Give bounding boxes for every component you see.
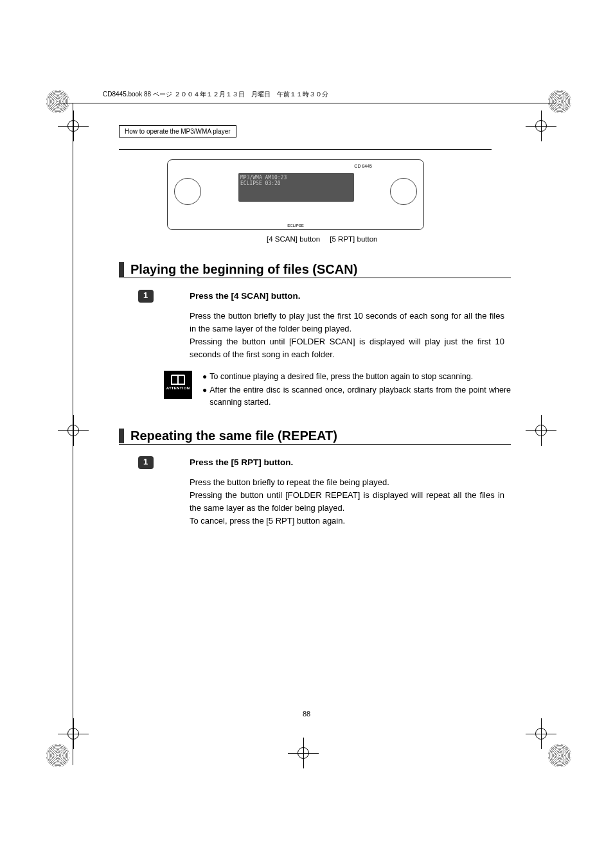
section-heading-repeat: Repeating the same file (REPEAT) — [119, 429, 530, 443]
body-paragraph: Press the button briefly to repeat the f… — [190, 476, 504, 489]
bullet-text: To continue playing a desired file, pres… — [209, 371, 473, 383]
bullet-dot: ● — [202, 371, 207, 383]
registration-mark — [533, 726, 549, 741]
swirl-mark — [46, 744, 69, 767]
model-label: CD 8445 — [354, 164, 372, 168]
step-number-badge: 1 — [138, 456, 154, 469]
registration-mark — [66, 118, 81, 134]
swirl-mark — [46, 90, 69, 113]
registration-mark — [66, 726, 81, 741]
scan-button-label: [4 SCAN] button — [267, 235, 320, 243]
step-body: Press the button briefly to repeat the f… — [190, 476, 504, 528]
page-content: CD8445.book 88 ページ ２００４年１２月１３日 月曜日 午前１１時… — [80, 90, 530, 536]
bullet-text: After the entire disc is scanned once, o… — [209, 384, 511, 409]
body-paragraph: Press the button briefly to play just th… — [190, 310, 504, 335]
crop-rule-v — [73, 103, 73, 765]
display-line: MP3/WMA AM10:23 — [240, 175, 352, 181]
attention-text: ●To continue playing a desired file, pre… — [202, 371, 511, 411]
source-header-line: CD8445.book 88 ページ ２００４年１２月１３日 月曜日 午前１１時… — [103, 90, 530, 99]
step-title: Press the [5 RPT] button. — [190, 457, 504, 467]
step-block: 1 Press the [5 RPT] button. Press the bu… — [164, 457, 504, 528]
swirl-mark — [548, 744, 571, 767]
bullet-item: ●To continue playing a desired file, pre… — [202, 371, 511, 383]
button-row: ECLIPSE — [206, 224, 385, 227]
display-line: ECLIPSE 03:20 — [240, 181, 352, 186]
section-heading-scan: Playing the beginning of files (SCAN) — [119, 262, 530, 277]
step-number-badge: 1 — [138, 290, 154, 303]
radio-display: MP3/WMA AM10:23 ECLIPSE 03:20 — [238, 173, 354, 202]
step-title: Press the [4 SCAN] button. — [190, 291, 504, 301]
step-block: 1 Press the [4 SCAN] button. Press the b… — [164, 291, 504, 362]
heading-underline — [119, 444, 511, 445]
registration-mark — [66, 423, 81, 438]
body-paragraph: Pressing the button until [FOLDER SCAN] … — [190, 335, 504, 361]
brand-label: ECLIPSE — [287, 224, 303, 227]
step-body: Press the button briefly to play just th… — [190, 310, 504, 362]
bullet-item: ●After the entire disc is scanned once, … — [202, 384, 511, 409]
registration-mark — [296, 745, 311, 761]
body-paragraph: Pressing the button until [FOLDER REPEAT… — [190, 489, 504, 515]
bullet-dot: ● — [202, 384, 207, 409]
rpt-button-label: [5 RPT] button — [330, 235, 377, 243]
book-icon — [171, 375, 185, 385]
attention-block: ATTENTION ●To continue playing a desired… — [164, 371, 511, 411]
registration-mark — [533, 423, 549, 438]
registration-mark — [533, 118, 549, 134]
heading-underline — [119, 278, 511, 278]
swirl-mark — [548, 90, 571, 113]
chapter-underline — [119, 149, 492, 150]
callout-labels: [4 SCAN] button [5 RPT] button — [267, 235, 530, 243]
page-number: 88 — [0, 710, 613, 718]
radio-faceplate-illustration: MP3/WMA AM10:23 ECLIPSE 03:20 CD 8445 EC… — [167, 159, 424, 230]
right-knob — [390, 178, 417, 205]
body-paragraph: To cancel, press the [5 RPT] button agai… — [190, 515, 504, 527]
left-knob — [174, 178, 201, 205]
attention-label: ATTENTION — [164, 386, 192, 390]
attention-icon: ATTENTION — [164, 371, 192, 399]
chapter-label: How to operate the MP3/WMA player — [119, 125, 236, 137]
